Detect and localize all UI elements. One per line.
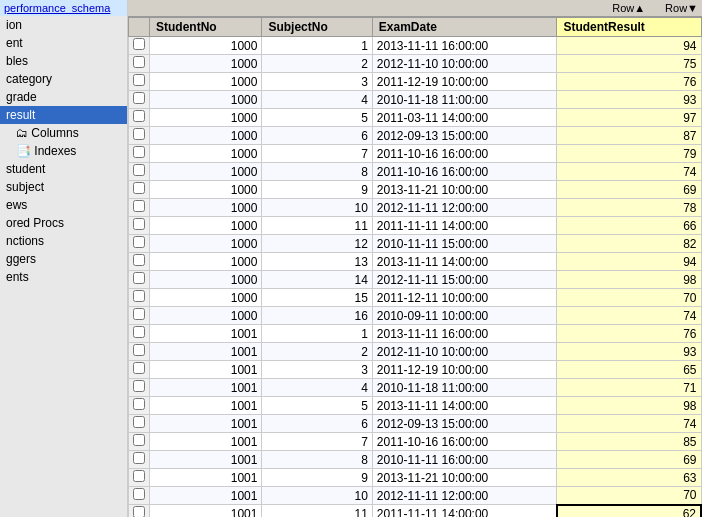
sidebar-item-grade[interactable]: grade: [0, 88, 127, 106]
sidebar-item-bles[interactable]: bles: [0, 52, 127, 70]
sidebar-item-student[interactable]: student: [0, 160, 127, 178]
row-checkbox[interactable]: [133, 272, 145, 284]
row-checkbox[interactable]: [133, 398, 145, 410]
table-row: 100172011-10-16 16:00:0085: [129, 433, 702, 451]
table-row: 100092013-11-21 10:00:0069: [129, 181, 702, 199]
row-checkbox-cell: [129, 307, 150, 325]
data-table: StudentNo SubjectNo ExamDate StudentResu…: [128, 17, 702, 517]
cell-subject-no: 5: [262, 397, 372, 415]
table-row: 100082011-10-16 16:00:0074: [129, 163, 702, 181]
row-checkbox-cell: [129, 451, 150, 469]
row-checkbox-cell: [129, 127, 150, 145]
cell-student-no: 1000: [150, 253, 262, 271]
row-checkbox[interactable]: [133, 470, 145, 482]
row-checkbox[interactable]: [133, 128, 145, 140]
row-checkbox[interactable]: [133, 290, 145, 302]
indexes-label: Indexes: [34, 144, 76, 158]
table-row: 1001112011-11-11 14:00:0062: [129, 505, 702, 518]
cell-student-result: 93: [557, 91, 701, 109]
sidebar-item-ggers[interactable]: ggers: [0, 250, 127, 268]
header-checkbox: [129, 18, 150, 37]
row-checkbox-cell: [129, 91, 150, 109]
row-checkbox[interactable]: [133, 326, 145, 338]
row-checkbox[interactable]: [133, 434, 145, 446]
cell-exam-date: 2010-11-18 11:00:00: [372, 91, 557, 109]
cell-student-result: 78: [557, 199, 701, 217]
row-checkbox-cell: [129, 145, 150, 163]
cell-student-no: 1000: [150, 289, 262, 307]
sidebar-item-ent[interactable]: ent: [0, 34, 127, 52]
cell-exam-date: 2010-11-11 15:00:00: [372, 235, 557, 253]
table-row: 100142010-11-18 11:00:0071: [129, 379, 702, 397]
row-checkbox[interactable]: [133, 344, 145, 356]
header-student-result: StudentResult: [557, 18, 701, 37]
cell-student-no: 1001: [150, 505, 262, 518]
row-checkbox[interactable]: [133, 236, 145, 248]
sidebar-item-ews[interactable]: ews: [0, 196, 127, 214]
sidebar-schema[interactable]: performance_schema: [0, 0, 127, 16]
sidebar-item-result[interactable]: result: [0, 106, 127, 124]
row-checkbox[interactable]: [133, 182, 145, 194]
row-checkbox[interactable]: [133, 38, 145, 50]
row-checkbox[interactable]: [133, 416, 145, 428]
cell-student-result: 69: [557, 451, 701, 469]
cell-exam-date: 2012-11-10 10:00:00: [372, 55, 557, 73]
top-bar: Row▲ Row▼: [128, 0, 702, 17]
row-checkbox[interactable]: [133, 56, 145, 68]
sidebar-item-category[interactable]: category: [0, 70, 127, 88]
cell-exam-date: 2013-11-11 16:00:00: [372, 37, 557, 55]
table-row: 1000122010-11-11 15:00:0082: [129, 235, 702, 253]
row-checkbox[interactable]: [133, 362, 145, 374]
row-checkbox[interactable]: [133, 488, 145, 500]
row-checkbox-cell: [129, 37, 150, 55]
cell-student-result: 98: [557, 397, 701, 415]
columns-label: Columns: [31, 126, 78, 140]
table-row: 100132011-12-19 10:00:0065: [129, 361, 702, 379]
row-checkbox[interactable]: [133, 146, 145, 158]
sidebar-item-indexes[interactable]: 📑 Indexes: [0, 142, 127, 160]
row-checkbox[interactable]: [133, 110, 145, 122]
cell-student-result: 70: [557, 289, 701, 307]
sidebar-item-subject[interactable]: subject: [0, 178, 127, 196]
sidebar-item-ents[interactable]: ents: [0, 268, 127, 286]
cell-student-no: 1001: [150, 469, 262, 487]
cell-exam-date: 2013-11-11 16:00:00: [372, 325, 557, 343]
row-checkbox[interactable]: [133, 74, 145, 86]
sidebar-item-ion[interactable]: ion: [0, 16, 127, 34]
cell-student-no: 1000: [150, 73, 262, 91]
cell-student-result: 97: [557, 109, 701, 127]
table-header-row: StudentNo SubjectNo ExamDate StudentResu…: [129, 18, 702, 37]
cell-student-result: 76: [557, 325, 701, 343]
row-checkbox[interactable]: [133, 452, 145, 464]
cell-student-no: 1000: [150, 307, 262, 325]
table-row: 100012013-11-11 16:00:0094: [129, 37, 702, 55]
table-row: 100072011-10-16 16:00:0079: [129, 145, 702, 163]
row-checkbox[interactable]: [133, 308, 145, 320]
cell-exam-date: 2011-10-16 16:00:00: [372, 145, 557, 163]
sidebar-item-ored-procs[interactable]: ored Procs: [0, 214, 127, 232]
row-checkbox[interactable]: [133, 92, 145, 104]
table-row: 1000112011-11-11 14:00:0066: [129, 217, 702, 235]
row-checkbox-cell: [129, 487, 150, 505]
row-checkbox[interactable]: [133, 218, 145, 230]
table-row: 100062012-09-13 15:00:0087: [129, 127, 702, 145]
table-body: 100012013-11-11 16:00:0094100022012-11-1…: [129, 37, 702, 518]
sidebar-item-nctions[interactable]: nctions: [0, 232, 127, 250]
cell-subject-no: 7: [262, 145, 372, 163]
indexes-icon: 📑: [16, 144, 31, 158]
row-checkbox[interactable]: [133, 164, 145, 176]
sidebar-item-columns[interactable]: 🗂 Columns: [0, 124, 127, 142]
cell-subject-no: 11: [262, 505, 372, 518]
cell-student-no: 1001: [150, 487, 262, 505]
cell-student-no: 1000: [150, 163, 262, 181]
data-table-container[interactable]: StudentNo SubjectNo ExamDate StudentResu…: [128, 17, 702, 517]
row-checkbox[interactable]: [133, 254, 145, 266]
main-content: Row▲ Row▼ StudentNo SubjectNo ExamDate S…: [128, 0, 702, 517]
cell-exam-date: 2010-11-11 16:00:00: [372, 451, 557, 469]
cell-subject-no: 3: [262, 73, 372, 91]
row-checkbox[interactable]: [133, 200, 145, 212]
row-checkbox[interactable]: [133, 506, 145, 517]
cell-student-no: 1000: [150, 235, 262, 253]
row-checkbox[interactable]: [133, 380, 145, 392]
cell-subject-no: 14: [262, 271, 372, 289]
